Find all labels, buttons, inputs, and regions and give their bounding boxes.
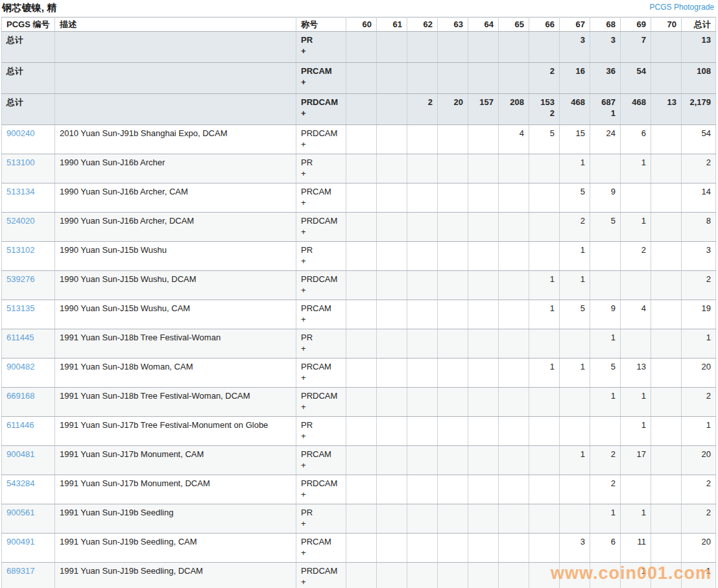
- grade-cell-60: [346, 504, 377, 534]
- grade-cell-67: [560, 388, 590, 417]
- grade-cell-65: [499, 300, 529, 329]
- grade-cell-61-line2: [381, 226, 402, 237]
- grade-cell-63: [438, 63, 468, 94]
- grade-cell-65-line1: [503, 507, 524, 518]
- description-cell-line2: [60, 285, 291, 296]
- pcgs-number-link[interactable]: 900240: [6, 128, 34, 138]
- grade-cell-62: [407, 475, 438, 504]
- total-cell-line2: [686, 285, 711, 296]
- grade-cell-65-line2: [503, 518, 524, 529]
- grade-cell-61: [377, 329, 407, 359]
- pcgs-number-link[interactable]: 689317: [6, 566, 34, 576]
- designation-cell: PRDCAM+: [296, 563, 346, 588]
- grade-cell-66: 1532: [529, 94, 560, 125]
- grade-cell-63-line2: [442, 197, 463, 208]
- designation-cell: PRDCAM+: [296, 271, 346, 300]
- grade-cell-64: [468, 329, 499, 359]
- grade-cell-67-line2: [564, 76, 585, 88]
- grade-cell-67-line2: [564, 285, 585, 296]
- grade-cell-64: [468, 446, 499, 475]
- grade-cell-62: [407, 271, 438, 300]
- grade-cell-62-line1: [412, 34, 433, 45]
- grade-cell-62-line1: [412, 215, 433, 226]
- table-row: 5240201990 Yuan Sun-J16b Archer, DCAM PR…: [2, 213, 716, 242]
- pcgs-number-link[interactable]: 669168: [6, 391, 34, 401]
- pcgs-number-link[interactable]: 513102: [6, 245, 34, 255]
- pcgs-number-link[interactable]: 524020: [6, 216, 34, 226]
- grade-cell-62-line2: [412, 576, 433, 587]
- grade-cell-64-line1: [473, 274, 494, 285]
- grade-cell-66-line1: [534, 478, 555, 489]
- photograde-link[interactable]: PCGS Photograde: [650, 3, 714, 12]
- pcgs-number-link[interactable]: 543284: [6, 478, 34, 488]
- grade-cell-69-line1: 1: [625, 507, 646, 518]
- grade-cell-62: [407, 125, 438, 154]
- pcgs-number-link[interactable]: 900561: [6, 508, 34, 517]
- pcgs-number-link[interactable]: 611446: [6, 420, 34, 430]
- grade-cell-61: [377, 475, 407, 504]
- grade-cell-66-line1: [534, 186, 555, 197]
- designation-cell-line2: +: [301, 285, 341, 296]
- grade-cell-69-line1: [625, 478, 646, 489]
- pcgs-number-link[interactable]: 900491: [6, 537, 34, 547]
- pcgs-number-link[interactable]: 900482: [6, 362, 34, 371]
- grade-cell-63: [438, 534, 468, 563]
- col-header-grade-60: 60: [346, 18, 377, 32]
- grade-cell-70-line2: [656, 489, 676, 500]
- total-cell-line1: 1: [686, 419, 711, 430]
- grade-cell-66-line2: [534, 460, 555, 471]
- grade-cell-69-line1: 13: [625, 361, 646, 372]
- grade-cell-68-line1: 9: [595, 186, 616, 197]
- grade-cell-60-line2: [351, 460, 372, 471]
- grade-cell-63-line1: [442, 332, 463, 343]
- grade-cell-70-line2: [656, 45, 676, 56]
- designation-cell-line2: +: [301, 139, 341, 150]
- grade-cell-67-line2: [564, 108, 585, 119]
- pcgs-number-link[interactable]: 513135: [6, 303, 34, 313]
- grade-cell-60-line2: [351, 255, 372, 266]
- col-header-designation: 称号: [296, 18, 346, 32]
- grade-cell-63: [438, 388, 468, 417]
- grade-cell-64: [468, 183, 499, 213]
- grade-cell-66-line2: [534, 547, 555, 558]
- grade-cell-65-line1: [503, 65, 524, 76]
- grade-cell-66: [529, 329, 560, 359]
- grade-cell-68-line2: [595, 430, 616, 441]
- grade-cell-61: [377, 359, 407, 388]
- grade-cell-66-line1: 1: [534, 274, 555, 285]
- grade-cell-63-line2: [442, 168, 463, 179]
- description-cell-line1: 1991 Yuan Sun-J19b Seedling, CAM: [60, 536, 291, 547]
- grade-cell-62-line1: [412, 449, 433, 460]
- grade-cell-65: [499, 329, 529, 359]
- grade-cell-61-line1: [381, 128, 402, 139]
- total-cell: 3: [682, 242, 716, 271]
- pcgs-number-link[interactable]: 900481: [6, 449, 34, 459]
- grade-cell-63-line1: [442, 478, 463, 489]
- total-cell-line1: 2,179: [686, 97, 711, 108]
- designation-cell-line2: +: [301, 255, 341, 266]
- grade-cell-62-line2: [412, 343, 433, 354]
- grade-cell-64: [468, 359, 499, 388]
- table-row: 6691681991 Yuan Sun-J18b Tree Festival-W…: [2, 388, 716, 417]
- grade-cell-63-line1: [442, 303, 463, 314]
- total-cell-line1: 20: [686, 449, 711, 460]
- designation-cell-line2: +: [301, 314, 341, 325]
- grade-cell-67-line2: [564, 518, 585, 529]
- grade-cell-62-line1: [412, 419, 433, 430]
- grade-cell-69-line1: [625, 274, 646, 285]
- grade-cell-68-line2: [595, 285, 616, 296]
- grade-cell-66-line2: [534, 518, 555, 529]
- pcgs-number-link[interactable]: 539276: [6, 274, 34, 284]
- grade-cell-68-line2: [595, 197, 616, 208]
- grade-cell-69-line2: [625, 76, 646, 88]
- grade-cell-69: 7: [621, 32, 651, 63]
- grade-cell-70-line2: [656, 372, 676, 383]
- pcgs-number-link[interactable]: 513100: [6, 158, 34, 167]
- pcgs-number-link[interactable]: 513134: [6, 187, 34, 196]
- description-cell-line1: 2010 Yuan Sun-J91b Shanghai Expo, DCAM: [60, 128, 291, 139]
- grade-cell-66: 1: [529, 300, 560, 329]
- pcgs-number-link[interactable]: 611445: [6, 333, 34, 342]
- designation-cell: PR+: [296, 504, 346, 534]
- grade-cell-66-line2: [534, 401, 555, 412]
- grade-cell-60: [346, 94, 377, 125]
